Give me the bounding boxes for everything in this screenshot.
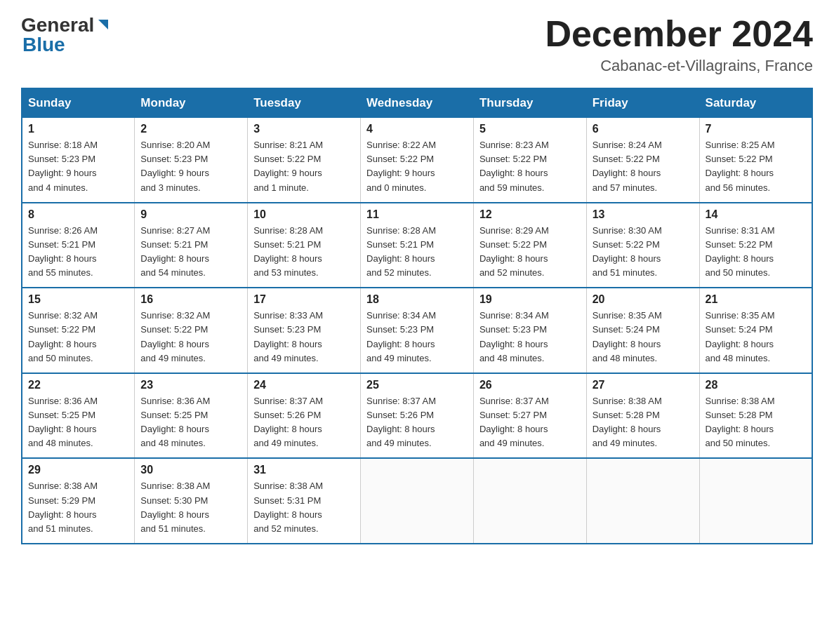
day-info: Sunrise: 8:28 AMSunset: 5:21 PMDaylight:… — [366, 225, 436, 278]
calendar-day-cell: 6 Sunrise: 8:24 AMSunset: 5:22 PMDayligh… — [586, 118, 699, 203]
day-number: 9 — [140, 208, 241, 221]
month-title: December 2024 — [545, 14, 813, 54]
calendar-day-cell: 9 Sunrise: 8:27 AMSunset: 5:21 PMDayligh… — [135, 203, 248, 288]
day-info: Sunrise: 8:23 AMSunset: 5:22 PMDaylight:… — [479, 140, 549, 192]
calendar-day-cell: 25 Sunrise: 8:37 AMSunset: 5:26 PMDaylig… — [361, 373, 474, 459]
day-number: 10 — [253, 208, 355, 221]
day-info: Sunrise: 8:35 AMSunset: 5:24 PMDaylight:… — [593, 310, 662, 363]
day-info: Sunrise: 8:20 AMSunset: 5:23 PMDaylight:… — [140, 140, 210, 192]
day-number: 16 — [140, 293, 241, 306]
calendar-day-cell: 18 Sunrise: 8:34 AMSunset: 5:23 PMDaylig… — [361, 288, 474, 373]
calendar-day-cell: 5 Sunrise: 8:23 AMSunset: 5:22 PMDayligh… — [473, 118, 586, 203]
calendar-day-cell: 27 Sunrise: 8:38 AMSunset: 5:28 PMDaylig… — [586, 373, 699, 459]
calendar-day-cell: 19 Sunrise: 8:34 AMSunset: 5:23 PMDaylig… — [473, 288, 586, 373]
calendar-table: SundayMondayTuesdayWednesdayThursdayFrid… — [21, 88, 813, 544]
day-number: 27 — [593, 379, 694, 391]
calendar-day-cell — [473, 458, 586, 544]
day-info: Sunrise: 8:37 AMSunset: 5:27 PMDaylight:… — [479, 396, 549, 448]
day-info: Sunrise: 8:33 AMSunset: 5:23 PMDaylight:… — [253, 310, 323, 363]
calendar-day-cell: 17 Sunrise: 8:33 AMSunset: 5:23 PMDaylig… — [248, 288, 361, 373]
day-number: 26 — [479, 379, 581, 391]
day-info: Sunrise: 8:25 AMSunset: 5:22 PMDaylight:… — [706, 140, 775, 192]
day-number: 8 — [28, 208, 128, 221]
day-number: 13 — [593, 208, 694, 221]
calendar-header-sunday: Sunday — [22, 88, 135, 118]
calendar-day-cell: 7 Sunrise: 8:25 AMSunset: 5:22 PMDayligh… — [699, 118, 812, 203]
calendar-day-cell: 29 Sunrise: 8:38 AMSunset: 5:29 PMDaylig… — [22, 458, 135, 544]
calendar-week-row: 22 Sunrise: 8:36 AMSunset: 5:25 PMDaylig… — [22, 373, 812, 459]
calendar-day-cell: 15 Sunrise: 8:32 AMSunset: 5:22 PMDaylig… — [22, 288, 135, 373]
calendar-day-cell — [361, 458, 474, 544]
calendar-header-tuesday: Tuesday — [248, 88, 361, 118]
calendar-day-cell: 26 Sunrise: 8:37 AMSunset: 5:27 PMDaylig… — [473, 373, 586, 459]
calendar-day-cell: 12 Sunrise: 8:29 AMSunset: 5:22 PMDaylig… — [473, 203, 586, 288]
logo: General Blue — [21, 14, 111, 56]
calendar-day-cell: 4 Sunrise: 8:22 AMSunset: 5:22 PMDayligh… — [361, 118, 474, 203]
day-number: 29 — [28, 464, 128, 476]
day-number: 20 — [593, 293, 694, 306]
calendar-day-cell: 22 Sunrise: 8:36 AMSunset: 5:25 PMDaylig… — [22, 373, 135, 459]
day-info: Sunrise: 8:34 AMSunset: 5:23 PMDaylight:… — [479, 310, 549, 363]
title-block: December 2024 Cabanac-et-Villagrains, Fr… — [545, 14, 813, 75]
day-info: Sunrise: 8:34 AMSunset: 5:23 PMDaylight:… — [366, 310, 436, 363]
day-number: 3 — [253, 123, 355, 135]
day-number: 1 — [28, 123, 128, 135]
day-info: Sunrise: 8:26 AMSunset: 5:21 PMDaylight:… — [28, 225, 98, 278]
day-info: Sunrise: 8:38 AMSunset: 5:28 PMDaylight:… — [593, 396, 662, 448]
day-number: 12 — [479, 208, 581, 221]
day-number: 7 — [706, 123, 806, 135]
day-number: 11 — [366, 208, 468, 221]
day-info: Sunrise: 8:27 AMSunset: 5:21 PMDaylight:… — [140, 225, 210, 278]
calendar-week-row: 15 Sunrise: 8:32 AMSunset: 5:22 PMDaylig… — [22, 288, 812, 373]
day-info: Sunrise: 8:38 AMSunset: 5:30 PMDaylight:… — [140, 481, 210, 533]
day-info: Sunrise: 8:29 AMSunset: 5:22 PMDaylight:… — [479, 225, 549, 278]
day-info: Sunrise: 8:38 AMSunset: 5:31 PMDaylight:… — [253, 481, 323, 533]
day-number: 31 — [253, 464, 355, 476]
day-number: 30 — [140, 464, 241, 476]
calendar-day-cell: 2 Sunrise: 8:20 AMSunset: 5:23 PMDayligh… — [135, 118, 248, 203]
day-info: Sunrise: 8:18 AMSunset: 5:23 PMDaylight:… — [28, 140, 98, 192]
calendar-week-row: 29 Sunrise: 8:38 AMSunset: 5:29 PMDaylig… — [22, 458, 812, 544]
calendar-header-monday: Monday — [135, 88, 248, 118]
day-number: 24 — [253, 379, 355, 391]
svg-marker-0 — [98, 20, 108, 29]
day-info: Sunrise: 8:37 AMSunset: 5:26 PMDaylight:… — [253, 396, 323, 448]
day-info: Sunrise: 8:38 AMSunset: 5:28 PMDaylight:… — [706, 396, 775, 448]
calendar-header-saturday: Saturday — [699, 88, 812, 118]
day-info: Sunrise: 8:30 AMSunset: 5:22 PMDaylight:… — [593, 225, 662, 278]
day-number: 5 — [479, 123, 581, 135]
day-number: 2 — [140, 123, 241, 135]
day-number: 15 — [28, 293, 128, 306]
day-info: Sunrise: 8:38 AMSunset: 5:29 PMDaylight:… — [28, 481, 98, 533]
day-number: 14 — [706, 208, 806, 221]
calendar-week-row: 8 Sunrise: 8:26 AMSunset: 5:21 PMDayligh… — [22, 203, 812, 288]
calendar-day-cell: 16 Sunrise: 8:32 AMSunset: 5:22 PMDaylig… — [135, 288, 248, 373]
day-info: Sunrise: 8:21 AMSunset: 5:22 PMDaylight:… — [253, 140, 323, 192]
day-number: 25 — [366, 379, 468, 391]
day-number: 23 — [140, 379, 241, 391]
day-number: 21 — [706, 293, 806, 306]
calendar-day-cell: 1 Sunrise: 8:18 AMSunset: 5:23 PMDayligh… — [22, 118, 135, 203]
logo-flag-icon — [95, 17, 111, 32]
calendar-header-wednesday: Wednesday — [361, 88, 474, 118]
calendar-header-thursday: Thursday — [473, 88, 586, 118]
calendar-day-cell: 23 Sunrise: 8:36 AMSunset: 5:25 PMDaylig… — [135, 373, 248, 459]
calendar-day-cell: 20 Sunrise: 8:35 AMSunset: 5:24 PMDaylig… — [586, 288, 699, 373]
logo-blue-text: Blue — [22, 34, 65, 56]
calendar-day-cell: 8 Sunrise: 8:26 AMSunset: 5:21 PMDayligh… — [22, 203, 135, 288]
calendar-day-cell: 13 Sunrise: 8:30 AMSunset: 5:22 PMDaylig… — [586, 203, 699, 288]
calendar-week-row: 1 Sunrise: 8:18 AMSunset: 5:23 PMDayligh… — [22, 118, 812, 203]
page-header: General Blue December 2024 Cabanac-et-Vi… — [21, 14, 813, 75]
calendar-day-cell: 28 Sunrise: 8:38 AMSunset: 5:28 PMDaylig… — [699, 373, 812, 459]
day-info: Sunrise: 8:37 AMSunset: 5:26 PMDaylight:… — [366, 396, 436, 448]
day-info: Sunrise: 8:32 AMSunset: 5:22 PMDaylight:… — [140, 310, 210, 363]
day-info: Sunrise: 8:24 AMSunset: 5:22 PMDaylight:… — [593, 140, 662, 192]
day-info: Sunrise: 8:22 AMSunset: 5:22 PMDaylight:… — [366, 140, 436, 192]
calendar-day-cell: 10 Sunrise: 8:28 AMSunset: 5:21 PMDaylig… — [248, 203, 361, 288]
calendar-day-cell: 24 Sunrise: 8:37 AMSunset: 5:26 PMDaylig… — [248, 373, 361, 459]
calendar-day-cell — [699, 458, 812, 544]
calendar-day-cell: 14 Sunrise: 8:31 AMSunset: 5:22 PMDaylig… — [699, 203, 812, 288]
day-number: 28 — [706, 379, 806, 391]
day-number: 17 — [253, 293, 355, 306]
calendar-day-cell: 30 Sunrise: 8:38 AMSunset: 5:30 PMDaylig… — [135, 458, 248, 544]
